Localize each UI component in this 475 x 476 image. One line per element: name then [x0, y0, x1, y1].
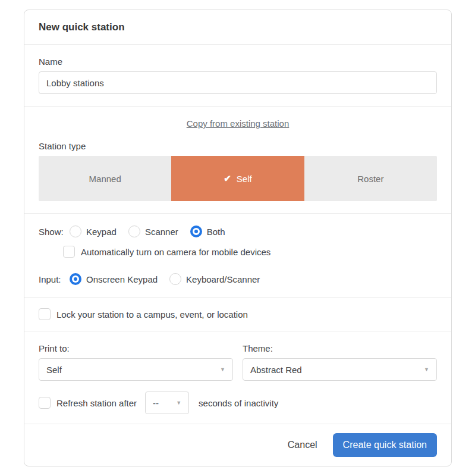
- radio-keyboard-scanner-label: Keyboard/Scanner: [186, 274, 260, 284]
- seconds-value: --: [153, 398, 159, 408]
- new-quick-station-dialog: New quick station Name Copy from existin…: [24, 10, 452, 466]
- segment-roster[interactable]: Roster: [304, 156, 437, 201]
- radio-option-keypad[interactable]: Keypad: [70, 226, 117, 237]
- refresh-checkbox-label: Refresh station after: [56, 398, 137, 408]
- print-to-select[interactable]: Self ▼: [39, 358, 233, 381]
- radio-option-onscreen-keypad[interactable]: Onscreen Keypad: [70, 273, 158, 285]
- name-section: Name: [24, 44, 451, 106]
- station-type-section: Copy from existing station Station type …: [24, 106, 451, 213]
- print-theme-section: Print to: Self ▼ Theme: Abstract Red ▼ R…: [24, 331, 451, 424]
- seconds-select[interactable]: -- ▼: [145, 392, 189, 414]
- radio-selected-icon: [70, 273, 81, 285]
- radio-selected-icon: [190, 226, 202, 237]
- theme-value: Abstract Red: [250, 365, 302, 375]
- name-input[interactable]: [39, 71, 437, 94]
- station-type-segmented-control: Manned ✔ Self Roster: [39, 156, 437, 201]
- station-type-label: Station type: [39, 141, 437, 151]
- camera-checkbox-label: Automatically turn on camera for mobile …: [81, 247, 270, 257]
- checkbox-icon[interactable]: [63, 246, 75, 258]
- checkbox-icon[interactable]: [39, 308, 51, 320]
- name-label: Name: [39, 57, 437, 67]
- refresh-checkbox[interactable]: [39, 397, 51, 409]
- display-options-section: Show: Keypad Scanner Both Automatically …: [24, 213, 451, 297]
- segment-self-label: Self: [237, 174, 252, 184]
- radio-icon: [128, 226, 140, 237]
- show-label: Show:: [39, 227, 70, 237]
- create-quick-station-button[interactable]: Create quick station: [333, 433, 437, 457]
- theme-field: Theme: Abstract Red ▼: [243, 343, 437, 381]
- page-title: New quick station: [39, 21, 437, 33]
- segment-roster-label: Roster: [357, 174, 383, 184]
- cancel-button[interactable]: Cancel: [288, 440, 317, 450]
- refresh-row: Refresh station after -- ▼ seconds of in…: [39, 392, 437, 414]
- print-to-label: Print to:: [39, 343, 233, 353]
- lock-section: Lock your station to a campus, event, or…: [24, 297, 451, 331]
- radio-option-scanner[interactable]: Scanner: [128, 226, 178, 237]
- radio-scanner-label: Scanner: [145, 227, 178, 237]
- input-label: Input:: [39, 274, 70, 284]
- theme-label: Theme:: [243, 343, 437, 353]
- radio-icon: [70, 226, 81, 237]
- print-theme-columns: Print to: Self ▼ Theme: Abstract Red ▼: [39, 343, 437, 381]
- refresh-suffix-label: seconds of inactivity: [199, 398, 278, 408]
- radio-onscreen-keypad-label: Onscreen Keypad: [86, 274, 158, 284]
- lock-checkbox-row[interactable]: Lock your station to a campus, event, or…: [39, 308, 437, 320]
- print-to-value: Self: [46, 365, 62, 375]
- chevron-down-icon: ▼: [424, 367, 429, 372]
- copy-link-row: Copy from existing station: [39, 118, 437, 129]
- segment-self[interactable]: ✔ Self: [171, 156, 304, 201]
- theme-select[interactable]: Abstract Red ▼: [243, 358, 437, 381]
- dialog-header: New quick station: [24, 10, 451, 44]
- check-icon: ✔: [224, 173, 231, 184]
- show-radio-group: Show: Keypad Scanner Both: [39, 226, 437, 237]
- radio-both-label: Both: [207, 227, 225, 237]
- chevron-down-icon: ▼: [220, 367, 225, 372]
- radio-option-keyboard-scanner[interactable]: Keyboard/Scanner: [169, 273, 260, 285]
- copy-from-existing-link[interactable]: Copy from existing station: [187, 118, 290, 129]
- chevron-down-icon: ▼: [176, 400, 181, 406]
- segment-manned-label: Manned: [89, 174, 121, 184]
- radio-icon: [169, 273, 181, 285]
- radio-keypad-label: Keypad: [86, 227, 117, 237]
- input-radio-group: Input: Onscreen Keypad Keyboard/Scanner: [39, 273, 437, 285]
- lock-checkbox-label: Lock your station to a campus, event, or…: [56, 309, 248, 320]
- radio-option-both[interactable]: Both: [190, 226, 225, 237]
- camera-checkbox-row[interactable]: Automatically turn on camera for mobile …: [63, 246, 437, 258]
- print-to-field: Print to: Self ▼: [39, 343, 233, 381]
- dialog-footer: Cancel Create quick station: [24, 424, 451, 466]
- segment-manned[interactable]: Manned: [39, 156, 171, 201]
